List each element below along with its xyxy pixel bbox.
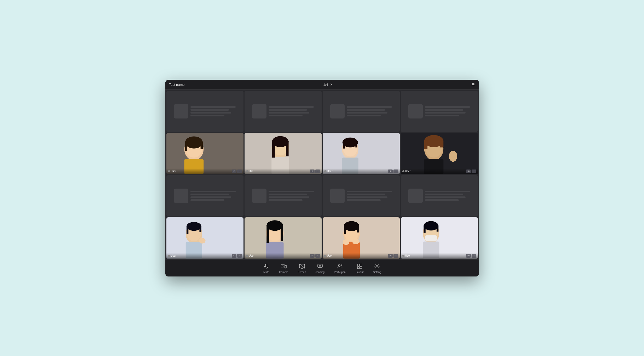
app-window: Test name 1/4	[165, 80, 479, 276]
action-btn-more[interactable]: ⋯	[472, 254, 476, 258]
action-btn-more[interactable]: ⋯	[237, 169, 242, 173]
notification-icon[interactable]	[471, 82, 475, 87]
action-btn-hd[interactable]: HD	[310, 254, 315, 258]
mic-status-8	[402, 170, 404, 172]
camera-button[interactable]: Camera	[279, 263, 288, 274]
placeholder-line	[425, 191, 470, 192]
layout-button[interactable]: Layout	[356, 263, 364, 274]
user-name-15: User	[324, 254, 333, 257]
user-label-bar-15: User HD ⋯	[323, 253, 400, 259]
video-grid: User HD ⋯	[165, 90, 479, 260]
participant-video-1	[166, 133, 243, 174]
mic-status-5	[168, 170, 170, 172]
placeholder-avatar	[330, 189, 345, 203]
placeholder-avatar	[252, 189, 266, 203]
title-bar: Test name 1/4	[165, 80, 479, 90]
svg-rect-44	[266, 225, 269, 243]
participant-label: Participant	[334, 271, 346, 274]
placeholder-avatar	[252, 104, 266, 118]
participant-button[interactable]: Participant	[334, 263, 346, 274]
svg-rect-81	[360, 267, 362, 269]
video-cell-14: User HD ⋯	[245, 217, 322, 259]
user-actions-14: HD ⋯	[310, 254, 320, 258]
action-btn-hd[interactable]: HD	[388, 254, 393, 258]
video-cell-3	[323, 91, 400, 132]
placeholder-line	[347, 194, 385, 195]
placeholder-lines	[347, 106, 392, 116]
svg-rect-60	[423, 225, 425, 233]
action-btn-more[interactable]: ⋯	[393, 254, 398, 258]
svg-rect-63	[265, 264, 267, 267]
action-btn-hd[interactable]: HD	[466, 254, 471, 258]
action-btn-more[interactable]: ⋯	[315, 254, 320, 258]
action-btn-hd[interactable]: HD	[388, 169, 393, 173]
placeholder-line	[347, 196, 387, 198]
user-label-bar-5: User HD ⋯	[166, 168, 243, 174]
placeholder-line	[347, 191, 392, 192]
placeholder-lines	[425, 191, 470, 201]
user-name-6: User	[246, 170, 254, 173]
svg-rect-28	[440, 140, 443, 147]
user-label-bar-13: User HD ⋯	[166, 253, 243, 259]
user-name-14: User	[246, 254, 254, 257]
user-label-bar-16: User HD ⋯	[401, 253, 478, 259]
svg-point-82	[376, 265, 378, 267]
placeholder-line	[347, 109, 385, 111]
pagination-area: 1/4	[323, 83, 332, 87]
user-actions-6: HD ⋯	[310, 169, 320, 173]
action-btn-hd[interactable]: HD	[466, 169, 471, 173]
layout-icon	[356, 263, 363, 270]
participant-video-8	[401, 217, 478, 259]
user-label-bar-6: User HD ⋯	[245, 168, 322, 174]
chatting-button[interactable]: chatting	[315, 263, 324, 274]
svg-point-54	[352, 239, 359, 244]
placeholder-line	[190, 115, 224, 116]
mic-status-15	[324, 255, 326, 257]
placeholder-line	[347, 115, 381, 116]
chevron-right-icon	[330, 83, 332, 86]
user-name-8: User	[402, 170, 411, 173]
placeholder-avatar	[330, 104, 345, 118]
action-btn-hd[interactable]: HD	[232, 169, 236, 173]
user-actions-8: HD ⋯	[466, 169, 476, 173]
action-btn-more[interactable]: ⋯	[237, 254, 242, 258]
video-cell-13: User HD ⋯	[166, 217, 243, 259]
placeholder-lines	[425, 106, 470, 116]
svg-rect-31	[166, 217, 243, 259]
placeholder-line	[190, 196, 231, 198]
svg-rect-1	[166, 133, 243, 174]
placeholder-avatar	[174, 189, 188, 203]
placeholder-avatar	[408, 104, 423, 118]
setting-icon	[374, 263, 380, 270]
svg-rect-30	[451, 151, 455, 159]
placeholder-line	[347, 112, 387, 114]
action-btn-more[interactable]: ⋯	[315, 169, 320, 173]
placeholder-lines	[269, 106, 314, 116]
user-actions-16: HD ⋯	[466, 254, 476, 258]
placeholder-line	[425, 194, 463, 195]
video-cell-2	[245, 91, 322, 132]
svg-rect-62	[425, 235, 437, 241]
user-label-bar-14: User HD ⋯	[245, 253, 322, 259]
placeholder-line	[269, 106, 314, 108]
mic-status-13	[168, 255, 170, 257]
pagination-text: 1/4	[323, 83, 328, 87]
svg-point-5	[185, 136, 202, 148]
participant-video-2	[245, 133, 322, 174]
action-btn-more[interactable]: ⋯	[393, 169, 398, 173]
user-name-16: User	[402, 254, 411, 257]
placeholder-line	[269, 112, 309, 114]
window-title: Test name	[169, 83, 185, 87]
action-btn-more[interactable]: ⋯	[472, 169, 476, 173]
screen-button[interactable]: Screen	[298, 263, 306, 274]
action-btn-hd[interactable]: HD	[310, 169, 315, 173]
user-name-7: User	[324, 170, 333, 173]
action-btn-hd[interactable]: HD	[232, 254, 236, 258]
placeholder-line	[425, 196, 466, 198]
screen-label: Screen	[298, 271, 306, 274]
placeholder-lines	[190, 191, 236, 201]
mute-button[interactable]: Mute	[263, 263, 270, 274]
user-label-bar-8: User HD ⋯	[401, 168, 478, 174]
chatting-label: chatting	[315, 271, 324, 274]
setting-button[interactable]: Setting	[373, 263, 381, 274]
